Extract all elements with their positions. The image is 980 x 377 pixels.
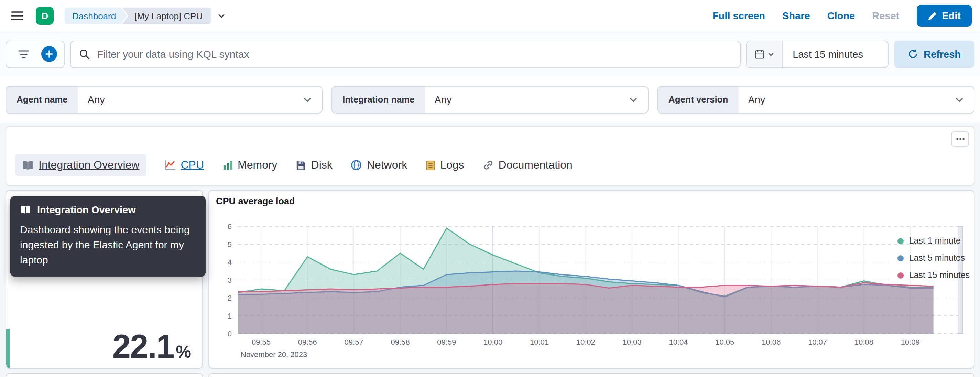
svg-text:09:59: 09:59 [437, 338, 456, 347]
next-row-panel [5, 373, 203, 377]
calendar-icon [754, 49, 764, 59]
kql-search-input[interactable] [97, 48, 732, 60]
share-link[interactable]: Share [782, 10, 810, 21]
svg-text:0: 0 [228, 329, 232, 338]
metric-number: 22.1 [113, 328, 174, 365]
svg-text:09:56: 09:56 [298, 338, 317, 347]
legend-item-last-1-minute[interactable]: Last 1 minute [897, 236, 970, 246]
svg-text:10:02: 10:02 [576, 338, 595, 347]
tab-cpu[interactable]: CPU [165, 159, 204, 171]
cpu-load-chart: 012345609:5509:5609:5709:5809:5910:0010:… [210, 208, 970, 367]
clone-link[interactable]: Clone [827, 10, 855, 21]
legend-dot [897, 272, 904, 278]
ellipsis-icon [956, 138, 964, 140]
reset-link[interactable]: Reset [872, 10, 899, 21]
chevron-down-icon [302, 86, 322, 113]
svg-text:10:06: 10:06 [762, 338, 781, 347]
control-value: Any [738, 86, 955, 113]
breadcrumb-current-dashboard[interactable]: [My Laptop] CPU [122, 8, 211, 24]
hamburger-menu-icon[interactable] [7, 5, 27, 26]
kql-search-bar [70, 40, 740, 68]
integration-overview-tooltip: Integration Overview Dashboard showing t… [10, 196, 206, 277]
breadcrumb-chevron-down-icon[interactable] [217, 12, 225, 20]
time-range-value[interactable]: Last 15 minutes [782, 48, 888, 59]
refresh-button[interactable]: Refresh [894, 40, 975, 68]
tab-label: Documentation [499, 159, 573, 171]
notebook-icon [426, 160, 435, 170]
edit-button[interactable]: Edit [916, 5, 972, 27]
svg-text:09:57: 09:57 [345, 338, 363, 347]
svg-text:5: 5 [228, 240, 232, 249]
refresh-icon [908, 49, 918, 59]
globe-icon [351, 160, 362, 170]
svg-text:3: 3 [228, 276, 232, 285]
refresh-button-label: Refresh [924, 48, 961, 59]
svg-text:09:55: 09:55 [252, 338, 270, 347]
filter-controls-group [5, 40, 65, 68]
chart-legend: Last 1 minute Last 5 minutes Last 15 min… [897, 236, 970, 280]
tab-label: Memory [238, 159, 277, 171]
tab-network[interactable]: Network [351, 159, 407, 171]
chart-title: CPU average load [216, 196, 295, 207]
control-value: Any [425, 86, 629, 113]
tab-label: Network [367, 159, 407, 171]
svg-text:10:01: 10:01 [530, 338, 549, 347]
control-agent-version[interactable]: Agent version Any [657, 86, 975, 113]
page: D Dashboard [My Laptop] CPU Full screen … [0, 0, 980, 377]
calendar-chevron-down-icon [767, 51, 774, 57]
tab-label: CPU [181, 159, 204, 171]
filter-icon[interactable] [13, 44, 34, 64]
svg-text:10:00: 10:00 [484, 338, 503, 347]
breadcrumb-dashboard[interactable]: Dashboard [65, 8, 127, 24]
svg-text:1: 1 [228, 312, 232, 320]
book-icon [22, 160, 34, 170]
nav-links-panel: Integration Overview CPU Memory [5, 126, 975, 186]
tab-label: Logs [440, 159, 464, 171]
floppy-disk-icon [296, 160, 306, 170]
svg-text:10:07: 10:07 [808, 338, 827, 347]
svg-text:09:58: 09:58 [391, 338, 409, 347]
metric-accent-bar [6, 329, 10, 368]
control-label: Integration name [332, 86, 425, 113]
dashboard-controls: Agent name Any Integration name Any Agen… [0, 77, 980, 122]
legend-item-last-15-minutes[interactable]: Last 15 minutes [897, 270, 970, 280]
add-control-button[interactable] [41, 46, 57, 62]
control-label: Agent version [658, 86, 738, 113]
tab-logs[interactable]: Logs [426, 159, 464, 171]
tooltip-title: Integration Overview [37, 204, 136, 215]
calendar-button[interactable] [746, 41, 782, 67]
panel-options-button[interactable] [951, 131, 969, 146]
space-avatar[interactable]: D [36, 7, 54, 25]
breadcrumb: Dashboard [My Laptop] CPU [65, 8, 225, 24]
tab-label: Integration Overview [38, 159, 139, 171]
full-screen-link[interactable]: Full screen [713, 10, 765, 21]
cpu-average-load-panel: CPU average load 012345609:5509:5609:570… [208, 190, 975, 369]
metric-unit: % [176, 342, 191, 362]
query-bar: Last 15 minutes Refresh [0, 32, 980, 76]
edit-button-label: Edit [942, 10, 961, 21]
tab-documentation[interactable]: Documentation [483, 159, 573, 171]
control-integration-name[interactable]: Integration name Any [331, 86, 649, 113]
legend-label: Last 1 minute [909, 236, 961, 246]
svg-text:10:08: 10:08 [854, 338, 873, 347]
tab-disk[interactable]: Disk [296, 159, 332, 171]
line-chart-icon [165, 160, 176, 170]
tab-integration-overview[interactable]: Integration Overview [15, 154, 146, 176]
chevron-down-icon [628, 86, 648, 113]
search-icon [79, 48, 90, 59]
control-value: Any [78, 86, 302, 113]
svg-text:November 20, 2023: November 20, 2023 [241, 350, 307, 359]
link-icon [483, 160, 494, 170]
bar-chart-icon [223, 160, 233, 170]
svg-text:10:03: 10:03 [623, 338, 642, 347]
nav-tabs-row: Integration Overview CPU Memory [15, 154, 573, 176]
chevron-down-icon [955, 86, 974, 113]
legend-label: Last 5 minutes [909, 253, 965, 263]
svg-text:10:04: 10:04 [669, 338, 688, 347]
book-icon [20, 205, 31, 215]
top-header: D Dashboard [My Laptop] CPU Full screen … [0, 0, 980, 32]
legend-item-last-5-minutes[interactable]: Last 5 minutes [897, 253, 970, 263]
control-agent-name[interactable]: Agent name Any [5, 86, 323, 113]
legend-dot [897, 255, 904, 261]
tab-memory[interactable]: Memory [223, 159, 277, 171]
